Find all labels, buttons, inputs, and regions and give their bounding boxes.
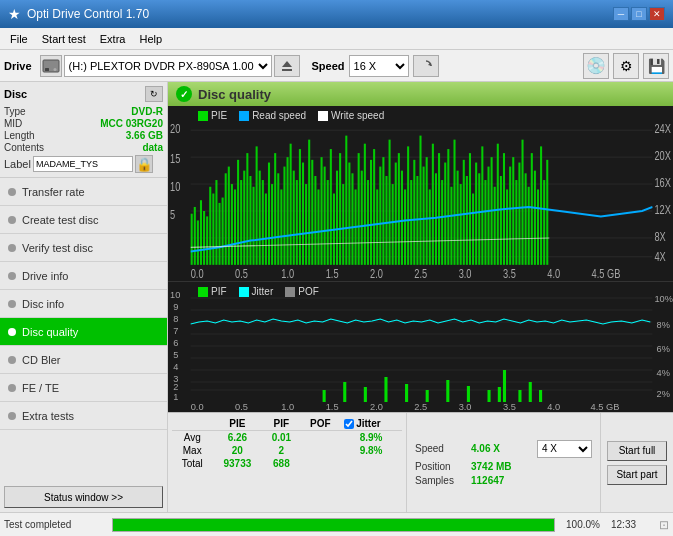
svg-text:0.0: 0.0 bbox=[191, 402, 204, 412]
disc-label-input[interactable] bbox=[33, 156, 133, 172]
title-bar: ★ Opti Drive Control 1.70 ─ □ ✕ bbox=[0, 0, 673, 28]
svg-text:0.0: 0.0 bbox=[191, 267, 204, 280]
quality-icon-btn[interactable]: 💿 bbox=[583, 53, 609, 79]
svg-rect-188 bbox=[384, 377, 387, 402]
refresh-button[interactable] bbox=[413, 55, 439, 77]
svg-rect-75 bbox=[321, 157, 323, 265]
speed-dropdown[interactable]: 4 X bbox=[537, 440, 592, 458]
svg-rect-4 bbox=[282, 69, 292, 71]
menu-file[interactable]: File bbox=[4, 31, 34, 47]
nav-icon-cd-bler bbox=[8, 356, 16, 364]
close-button[interactable]: ✕ bbox=[649, 7, 665, 21]
app-icon: ★ bbox=[8, 6, 21, 22]
speed-select[interactable]: 16 X bbox=[349, 55, 409, 77]
svg-rect-84 bbox=[348, 163, 350, 265]
drive-eject-button[interactable] bbox=[274, 55, 300, 77]
start-full-button[interactable]: Start full bbox=[607, 441, 667, 461]
menu-help[interactable]: Help bbox=[133, 31, 168, 47]
menu-start-test[interactable]: Start test bbox=[36, 31, 92, 47]
svg-rect-122 bbox=[466, 176, 468, 265]
svg-text:4.0: 4.0 bbox=[547, 402, 560, 412]
settings-icon-btn[interactable]: ⚙ bbox=[613, 53, 639, 79]
status-window-button[interactable]: Status window >> bbox=[4, 486, 163, 508]
svg-text:8X: 8X bbox=[654, 229, 665, 242]
sidebar-item-create-test-disc[interactable]: Create test disc bbox=[0, 206, 167, 234]
svg-rect-70 bbox=[305, 184, 307, 265]
svg-text:20: 20 bbox=[170, 122, 180, 135]
start-part-button[interactable]: Start part bbox=[607, 465, 667, 485]
svg-rect-126 bbox=[478, 173, 480, 265]
svg-rect-109 bbox=[426, 157, 428, 265]
svg-rect-191 bbox=[446, 380, 449, 402]
sidebar-item-cd-bler[interactable]: CD Bler bbox=[0, 346, 167, 374]
resize-handle[interactable]: ⊡ bbox=[659, 518, 669, 532]
nav-icon-disc-quality bbox=[8, 328, 16, 336]
position-val: 3742 MB bbox=[471, 461, 531, 472]
svg-text:24X: 24X bbox=[654, 122, 670, 135]
svg-rect-33 bbox=[191, 214, 193, 265]
svg-rect-114 bbox=[441, 180, 443, 265]
sidebar-item-transfer-rate[interactable]: Transfer rate bbox=[0, 178, 167, 206]
pie-color-box bbox=[198, 111, 208, 121]
svg-text:1: 1 bbox=[173, 392, 178, 402]
svg-rect-91 bbox=[370, 160, 372, 265]
disc-length-key: Length bbox=[4, 130, 35, 141]
svg-text:1.5: 1.5 bbox=[326, 267, 339, 280]
svg-rect-136 bbox=[509, 167, 511, 265]
sidebar-item-extra-tests[interactable]: Extra tests bbox=[0, 402, 167, 430]
svg-text:4%: 4% bbox=[657, 368, 670, 378]
svg-rect-93 bbox=[376, 189, 378, 264]
pof-legend-label: POF bbox=[298, 286, 319, 297]
sidebar-label-fe-te: FE / TE bbox=[22, 382, 59, 394]
stats-right-col: Start full Start part bbox=[601, 413, 673, 512]
drive-select[interactable]: (H:) PLEXTOR DVDR PX-890SA 1.00 bbox=[64, 55, 272, 77]
sidebar-item-verify-test-disc[interactable]: Verify test disc bbox=[0, 234, 167, 262]
svg-rect-58 bbox=[268, 163, 270, 265]
svg-rect-74 bbox=[317, 189, 319, 264]
stats-avg-label: Avg bbox=[172, 431, 212, 445]
speed-row: Speed 4.06 X 4 X bbox=[415, 440, 592, 458]
sidebar-item-drive-info[interactable]: Drive info bbox=[0, 262, 167, 290]
drive-toolbar: Drive (H:) PLEXTOR DVDR PX-890SA 1.00 Sp… bbox=[0, 50, 673, 82]
sidebar-item-disc-info[interactable]: Disc info bbox=[0, 290, 167, 318]
svg-rect-119 bbox=[457, 171, 459, 265]
stats-total-label: Total bbox=[172, 457, 212, 470]
stats-section: PIE PIF POF Jitter bbox=[168, 412, 673, 512]
pie-chart-legend: PIE Read speed Write speed bbox=[198, 110, 384, 121]
svg-text:2: 2 bbox=[173, 382, 178, 392]
svg-text:6: 6 bbox=[173, 338, 178, 348]
disc-label-icon-btn[interactable]: 🔒 bbox=[135, 155, 153, 173]
svg-rect-44 bbox=[225, 173, 227, 265]
pif-legend-label: PIF bbox=[211, 286, 227, 297]
svg-rect-150 bbox=[168, 282, 673, 412]
stats-avg-pof bbox=[300, 431, 340, 445]
content-area: ✓ Disc quality PIE Read speed Write spee… bbox=[168, 82, 673, 512]
maximize-button[interactable]: □ bbox=[631, 7, 647, 21]
svg-text:4X: 4X bbox=[654, 250, 665, 263]
jitter-checkbox[interactable] bbox=[344, 419, 354, 429]
save-icon-btn[interactable]: 💾 bbox=[643, 53, 669, 79]
menu-extra[interactable]: Extra bbox=[94, 31, 132, 47]
menu-bar: File Start test Extra Help bbox=[0, 28, 673, 50]
stats-max-pif: 2 bbox=[262, 444, 300, 457]
sidebar-item-fe-te[interactable]: FE / TE bbox=[0, 374, 167, 402]
svg-rect-143 bbox=[531, 153, 533, 265]
sidebar-label-create-test-disc: Create test disc bbox=[22, 214, 98, 226]
sidebar-item-disc-quality[interactable]: Disc quality bbox=[0, 318, 167, 346]
svg-rect-80 bbox=[336, 171, 338, 265]
pie-legend-read: Read speed bbox=[239, 110, 306, 121]
svg-rect-85 bbox=[351, 173, 353, 265]
minimize-button[interactable]: ─ bbox=[613, 7, 629, 21]
content-header: ✓ Disc quality bbox=[168, 82, 673, 106]
position-row: Position 3742 MB bbox=[415, 461, 592, 472]
status-text: Test completed bbox=[4, 519, 104, 530]
svg-rect-186 bbox=[343, 382, 346, 402]
pie-chart-area: PIE Read speed Write speed 20 15 10 5 bbox=[168, 106, 673, 282]
svg-rect-120 bbox=[460, 184, 462, 265]
disc-mid-val: MCC 03RG20 bbox=[100, 118, 163, 129]
svg-rect-65 bbox=[290, 144, 292, 265]
disc-contents-key: Contents bbox=[4, 142, 44, 153]
disc-refresh-button[interactable]: ↻ bbox=[145, 86, 163, 102]
samples-key: Samples bbox=[415, 475, 465, 486]
pif-color-box bbox=[198, 287, 208, 297]
